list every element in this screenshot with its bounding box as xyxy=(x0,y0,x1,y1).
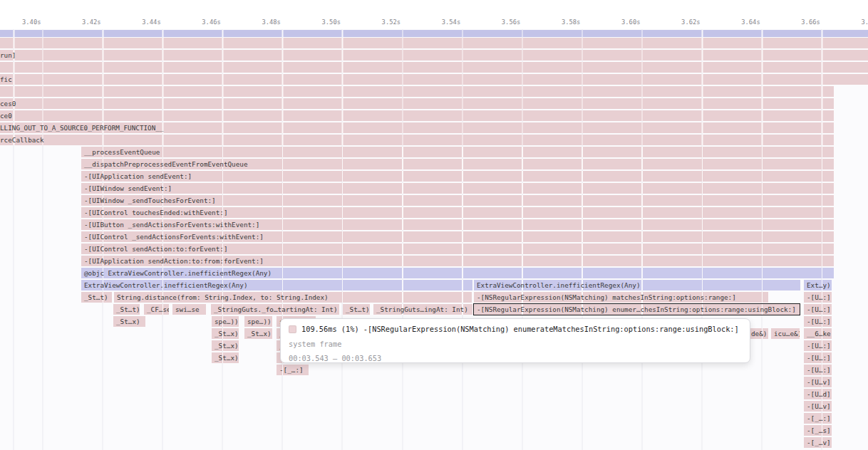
flame-cell[interactable]: -[UIWindow _sendTouchesForEvent:] xyxy=(81,195,834,206)
flame-graph: run]ficces0ce0LLING_OUT_TO_A_SOURCE0_PER… xyxy=(0,0,868,450)
flame-cell[interactable]: -[U…:] xyxy=(804,316,832,327)
flame-cell[interactable] xyxy=(0,30,868,37)
tooltip-time-range: 00:03.543 — 00:03.653 xyxy=(289,353,381,363)
flame-cell[interactable]: ce0 xyxy=(0,110,834,121)
flame-cell[interactable]: _StringGuts._fo…tartingAt: Int) xyxy=(211,304,339,315)
flame-cell[interactable] xyxy=(0,86,834,97)
flame-cell[interactable]: -[UIWindow sendEvent:] xyxy=(81,183,834,194)
flame-cell[interactable]: @objc ExtraViewController.inefficientReg… xyxy=(81,268,834,278)
flame-cell[interactable]: -[_…s] xyxy=(804,425,832,436)
flame-cell[interactable]: -[U…:] xyxy=(804,352,832,363)
flame-cell[interactable]: -[UIControl sendAction:to:forEvent:] xyxy=(81,244,834,254)
flame-cell[interactable]: -[UIApplication sendAction:to:from:forEv… xyxy=(81,256,834,266)
flame-cell[interactable]: de&) xyxy=(748,328,768,339)
flame-cell[interactable]: -[_…v] xyxy=(804,437,832,448)
flame-cell[interactable]: -[U…d] xyxy=(804,389,832,399)
flame-cell[interactable]: -[U…v] xyxy=(804,401,832,412)
flame-cell[interactable]: LLING_OUT_TO_A_SOURCE0_PERFORM_FUNCTION_… xyxy=(0,122,834,133)
flame-cell[interactable]: __6…ke xyxy=(804,328,832,339)
flame-cell[interactable]: -[_…:] xyxy=(804,413,832,424)
flame-cell[interactable]: ces0 xyxy=(0,98,834,109)
flame-cell[interactable]: _St…x) xyxy=(244,328,272,339)
flame-cell[interactable]: icu…e&) xyxy=(771,328,800,339)
flame-cell[interactable] xyxy=(0,38,868,48)
flame-cell[interactable]: -[UIApplication sendEvent:] xyxy=(81,171,834,182)
flame-cell[interactable]: __dispatchPreprocessedEventFromEventQueu… xyxy=(81,159,834,169)
flame-cell[interactable]: -[U…:] xyxy=(804,292,832,303)
flame-cell[interactable]: -[UIButton _sendActionsForEvents:withEve… xyxy=(81,219,834,230)
flame-cell[interactable]: _St…t) xyxy=(113,304,140,315)
flame-cell[interactable]: -[U…:] xyxy=(804,304,832,315)
flame-cell[interactable]: _St…t) xyxy=(81,292,112,303)
tooltip-duration-line: 109.56ms (1%) -[NSRegularExpression(NSMa… xyxy=(289,324,739,334)
flame-cell[interactable]: -[U…:] xyxy=(804,340,832,351)
flame-cell[interactable]: rceCallback xyxy=(0,135,834,145)
tooltip-frame-type: system frame xyxy=(289,339,341,349)
flame-cell[interactable]: -[_…:] xyxy=(277,365,309,375)
flame-cell[interactable]: -[UIControl touchesEnded:withEvent:] xyxy=(81,207,834,218)
flame-cell-selected[interactable]: -[NSRegularExpression(NSMatching) enumer… xyxy=(474,304,800,315)
flame-cell[interactable]: _StringGuts…ingAt: Int) xyxy=(373,304,472,315)
flame-cell[interactable]: spe…)) xyxy=(244,316,272,327)
flame-cell[interactable]: spe…)) xyxy=(212,316,239,327)
flame-cell[interactable]: swi…se xyxy=(172,304,206,315)
flame-cell[interactable]: _St…x) xyxy=(212,328,239,339)
tooltip-duration-text: 109.56ms (1%) -[NSRegularExpression(NSMa… xyxy=(301,324,739,334)
flame-cell[interactable]: ExtraViewController.inefficientRegex(Any… xyxy=(81,280,472,291)
flame-cell[interactable]: _CF…se xyxy=(144,304,169,315)
flame-cell[interactable]: __processEventQueue xyxy=(81,147,834,157)
flame-cell[interactable]: ExtraViewController.inefficientRegex(Any… xyxy=(474,280,800,291)
flame-cell[interactable] xyxy=(0,62,868,73)
flame-cell[interactable]: _St…t) xyxy=(343,304,370,315)
color-swatch-icon xyxy=(289,325,296,333)
flame-cell[interactable]: _St…x) xyxy=(212,340,239,351)
flame-cell[interactable]: -[NSRegularExpression(NSMatching) matche… xyxy=(474,292,768,303)
flame-cell[interactable]: Ext…y) xyxy=(804,280,832,291)
flame-cell[interactable]: _St…x) xyxy=(212,352,239,363)
flame-cell[interactable]: -[U…v] xyxy=(804,377,832,387)
tooltip: 109.56ms (1%) -[NSRegularExpression(NSMa… xyxy=(280,318,750,363)
flame-cell[interactable]: -[U…:] xyxy=(804,365,832,375)
flame-cell[interactable]: -[UIControl _sendActionsForEvents:withEv… xyxy=(81,231,834,242)
flame-cell[interactable]: _St…x) xyxy=(113,316,145,327)
flame-cell[interactable]: String.distance(from: String.Index, to: … xyxy=(114,292,472,303)
flame-cell[interactable]: run] xyxy=(0,50,868,61)
flame-cell[interactable]: fic xyxy=(0,74,868,85)
